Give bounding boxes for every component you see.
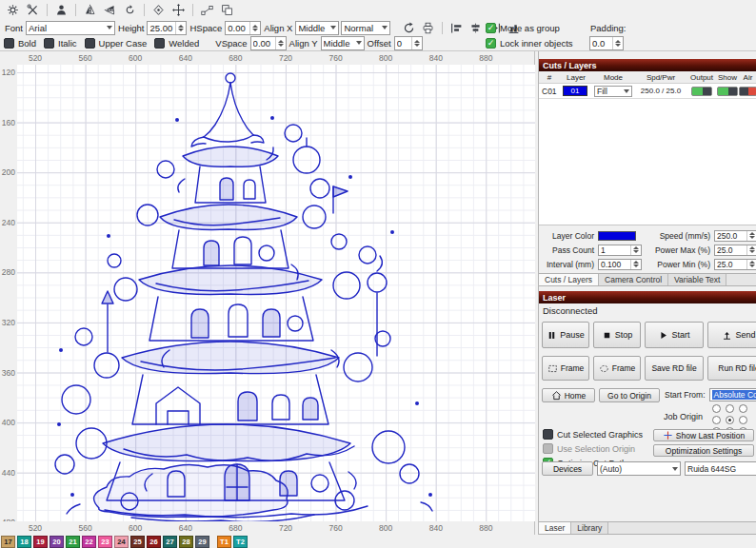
frame-rect-button[interactable]: Frame bbox=[542, 356, 589, 381]
tab-library[interactable]: Library bbox=[571, 522, 608, 534]
start-button[interactable]: Start bbox=[645, 322, 704, 348]
spinner-arrows-icon[interactable] bbox=[746, 231, 756, 241]
palette-color-29[interactable]: 29 bbox=[195, 536, 209, 548]
palette-color-26[interactable]: 26 bbox=[147, 536, 161, 548]
spinner-arrows-icon[interactable] bbox=[630, 260, 641, 269]
palette-color-T2[interactable]: T2 bbox=[233, 536, 248, 548]
ruler-number: 200 bbox=[0, 167, 15, 177]
bold-checkbox[interactable] bbox=[4, 38, 14, 49]
edit-nodes-icon[interactable] bbox=[198, 2, 216, 18]
spinner-arrows-icon[interactable] bbox=[249, 22, 260, 34]
mode-select[interactable]: Fill bbox=[594, 86, 632, 97]
palette-color-21[interactable]: 21 bbox=[66, 536, 80, 548]
spinner-arrows-icon[interactable] bbox=[175, 22, 186, 34]
welded-checkbox[interactable] bbox=[154, 38, 165, 49]
font-select[interactable]: Arial bbox=[26, 21, 115, 35]
air-toggle[interactable] bbox=[739, 87, 756, 96]
optimization-settings-button[interactable]: Optimization Settings bbox=[653, 444, 754, 457]
palette-color-20[interactable]: 20 bbox=[50, 536, 64, 548]
spinner-arrows-icon[interactable] bbox=[746, 260, 756, 269]
spinner-arrows-icon[interactable] bbox=[411, 37, 422, 49]
edit-shapes-icon[interactable] bbox=[218, 2, 236, 18]
rotate-90-icon[interactable] bbox=[121, 2, 139, 18]
show-last-position-button[interactable]: Show Last Position bbox=[653, 429, 754, 441]
print-icon[interactable] bbox=[419, 20, 437, 36]
output-toggle[interactable] bbox=[691, 87, 712, 96]
offset-input[interactable]: 0 bbox=[394, 36, 423, 50]
job-origin-radio[interactable] bbox=[726, 416, 734, 424]
palette-color-18[interactable]: 18 bbox=[17, 536, 31, 548]
palette-color-22[interactable]: 22 bbox=[82, 536, 96, 548]
layer-list-area[interactable] bbox=[539, 99, 756, 225]
interval-input[interactable]: 0.100 bbox=[598, 259, 642, 270]
workspace-grid[interactable] bbox=[17, 65, 535, 521]
job-origin-radio[interactable] bbox=[726, 404, 734, 413]
job-origin-radio[interactable] bbox=[739, 416, 747, 424]
spinner-arrows-icon[interactable] bbox=[612, 37, 623, 49]
device-select[interactable]: Ruida 644SG bbox=[685, 461, 756, 476]
save-rd-button[interactable]: Save RD file bbox=[645, 356, 704, 381]
italic-checkbox[interactable] bbox=[44, 38, 54, 49]
palette-color-23[interactable]: 23 bbox=[98, 536, 112, 548]
power-min-input[interactable]: 25.0 bbox=[714, 259, 756, 270]
align-center-icon[interactable] bbox=[467, 20, 485, 36]
upper-case-checkbox[interactable] bbox=[85, 38, 95, 49]
job-origin-radio[interactable] bbox=[712, 416, 721, 424]
port-select[interactable]: (Auto) bbox=[597, 461, 681, 476]
send-button[interactable]: Send bbox=[707, 322, 756, 348]
tab-variable-text[interactable]: Variable Text bbox=[668, 274, 726, 285]
tab-camera-control[interactable]: Camera Control bbox=[599, 274, 668, 285]
cut-selected-checkbox[interactable] bbox=[543, 429, 553, 440]
pause-button[interactable]: Pause bbox=[542, 322, 589, 348]
layer-color-chip[interactable]: 01 bbox=[563, 86, 587, 96]
palette-color-28[interactable]: 28 bbox=[179, 536, 193, 548]
hspace-input[interactable]: 0.00 bbox=[225, 21, 261, 35]
palette-color-27[interactable]: 27 bbox=[163, 536, 177, 548]
spinner-arrows-icon[interactable] bbox=[630, 245, 641, 255]
spinner-arrows-icon[interactable] bbox=[746, 245, 756, 255]
height-input[interactable]: 25.00 bbox=[147, 21, 187, 35]
align-y-select[interactable]: Middle bbox=[321, 36, 365, 50]
tab-cuts-layers[interactable]: Cuts / Layers bbox=[539, 274, 599, 285]
move-selection-icon[interactable] bbox=[169, 2, 188, 18]
home-button[interactable]: Home bbox=[542, 388, 595, 402]
padding-input[interactable]: 0.0 bbox=[589, 36, 624, 50]
show-toggle[interactable] bbox=[717, 87, 738, 96]
align-x-select[interactable]: Middle bbox=[295, 21, 339, 35]
use-selection-origin-checkbox[interactable] bbox=[543, 443, 553, 454]
devices-button[interactable]: Devices bbox=[542, 461, 593, 476]
move-as-group-checkbox[interactable] bbox=[486, 23, 496, 33]
job-origin-radio[interactable] bbox=[739, 404, 747, 413]
lock-inner-checkbox[interactable] bbox=[486, 38, 496, 49]
palette-color-24[interactable]: 24 bbox=[114, 536, 129, 548]
palette-color-17[interactable]: 17 bbox=[1, 536, 15, 548]
stop-button[interactable]: Stop bbox=[593, 322, 641, 348]
pass-count-input[interactable]: 1 bbox=[598, 245, 642, 256]
palette-color-T1[interactable]: T1 bbox=[217, 536, 231, 548]
power-max-input[interactable]: 25.0 bbox=[714, 245, 756, 256]
spinner-arrows-icon[interactable] bbox=[275, 37, 286, 49]
snap-icon[interactable] bbox=[149, 2, 168, 18]
tools-icon[interactable] bbox=[24, 2, 42, 18]
frame-circle-button[interactable]: Frame bbox=[593, 356, 641, 381]
text-style-select[interactable]: Normal bbox=[341, 21, 390, 35]
user-icon[interactable] bbox=[52, 2, 70, 18]
settings-icon[interactable] bbox=[4, 2, 22, 18]
speed-input[interactable]: 250.0 bbox=[714, 230, 756, 242]
chevron-down-icon bbox=[107, 26, 112, 29]
go-to-origin-button[interactable]: Go to Origin bbox=[599, 388, 660, 402]
job-origin-radio[interactable] bbox=[712, 404, 721, 413]
palette-color-25[interactable]: 25 bbox=[130, 536, 145, 548]
vspace-input[interactable]: 0.00 bbox=[250, 36, 287, 50]
mirror-horizontal-icon[interactable] bbox=[81, 2, 99, 18]
rotate-icon[interactable] bbox=[400, 20, 418, 36]
start-from-select[interactable]: Absolute Coords bbox=[709, 388, 756, 401]
align-left-icon[interactable] bbox=[448, 20, 466, 36]
treehouse-drawing[interactable] bbox=[17, 65, 535, 521]
run-rd-button[interactable]: Run RD file bbox=[707, 356, 756, 381]
tab-laser[interactable]: Laser bbox=[539, 522, 571, 534]
layer-color-swatch[interactable] bbox=[598, 231, 636, 241]
mirror-vertical-icon[interactable] bbox=[101, 2, 119, 18]
palette-color-19[interactable]: 19 bbox=[33, 536, 48, 548]
layer-row[interactable]: C01 01 Fill 250.0 / 25.0 bbox=[539, 84, 756, 99]
